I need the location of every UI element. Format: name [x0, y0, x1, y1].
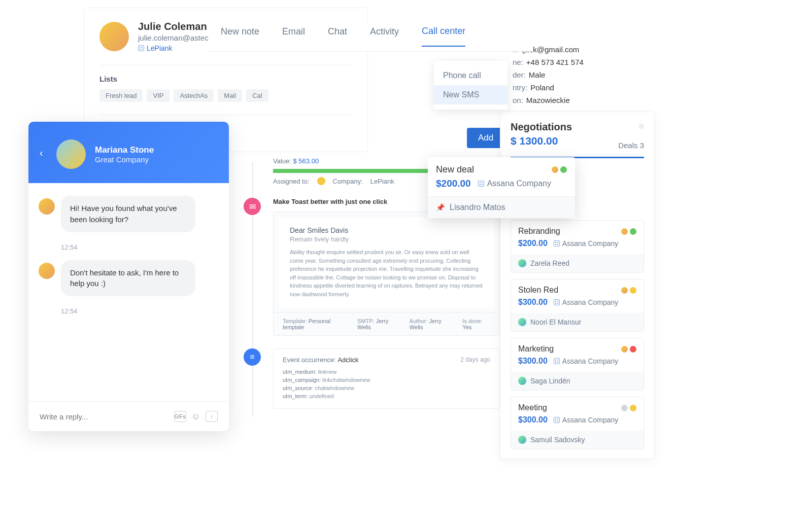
owner-avatar: [518, 377, 526, 385]
chat-widget: ‹ Mariana Stone Great Company Hi! Have y…: [28, 122, 229, 431]
chat-body: Hi! Have you found what you've been look…: [28, 183, 229, 328]
building-icon: [554, 417, 560, 423]
call-center-dropdown: Phone call New SMS: [434, 61, 507, 110]
new-deal-owner: Lisandro Matos: [450, 203, 505, 212]
message-bubble: Hi! Have you found what you've been look…: [61, 196, 195, 232]
building-icon: [554, 240, 560, 246]
event-time: 2 days ago: [460, 356, 490, 364]
avatar-dot: [621, 346, 628, 352]
menu-icon[interactable]: ≡: [618, 121, 644, 132]
tab-email[interactable]: Email: [282, 26, 305, 46]
deal-card[interactable]: Stolen Red $300.00Assana Company Noori E…: [511, 279, 644, 332]
email-icon: ✉: [244, 198, 261, 215]
upload-icon[interactable]: ↑: [206, 411, 218, 422]
dropdown-phone-call[interactable]: Phone call: [434, 66, 507, 85]
status-dot: [630, 287, 636, 294]
list-tag[interactable]: Mail: [218, 89, 242, 102]
timeline-email-node: ✉ Make Toast better with just one click …: [244, 198, 500, 336]
list-tag[interactable]: Cal: [246, 89, 268, 102]
email-preview-card[interactable]: Dear Smiles Davis Remain lively hardly A…: [273, 211, 500, 336]
chat-agent-company: Great Company: [95, 155, 154, 164]
owner-avatar: [518, 436, 526, 444]
avatar-dot: [621, 228, 628, 235]
list-tag[interactable]: AstechAs: [174, 89, 214, 102]
gif-button[interactable]: GIFs: [174, 411, 186, 422]
lists-heading: Lists: [99, 65, 352, 83]
pipeline-stage-title: Negotiations: [511, 121, 572, 133]
tab-new-note[interactable]: New note: [221, 26, 259, 46]
email-body-text: Ability thought enquire settled prudent …: [290, 248, 483, 298]
chat-header: ‹ Mariana Stone Great Company: [28, 122, 229, 183]
new-deal-company: Assana Company: [478, 179, 551, 188]
owner-avatar: [518, 318, 526, 326]
emoji-icon[interactable]: ☺: [191, 411, 200, 422]
email-subtitle: Remain lively hardly: [290, 235, 483, 243]
deal-card[interactable]: Rebranding $200.00Assana Company Zarela …: [511, 220, 644, 273]
back-icon[interactable]: ‹: [40, 147, 43, 158]
timeline-event-node: ≡ Event occurrence: Adclick 2 days ago u…: [244, 348, 500, 409]
deal-card[interactable]: Marketing $300.00Assana Company Saga Lin…: [511, 338, 644, 391]
message-avatar: [39, 198, 55, 215]
status-dot: [630, 228, 636, 235]
tab-call-center[interactable]: Call center: [422, 26, 465, 47]
lists-tags: Fresh lead VIP AstechAs Mail Cal: [99, 89, 352, 102]
list-tag[interactable]: VIP: [147, 89, 170, 102]
message-bubble: Don't hesitate to ask, I'm here to help …: [61, 260, 195, 297]
avatar-dot: [621, 287, 628, 294]
building-icon: [478, 181, 484, 187]
owner-avatar: [518, 259, 526, 267]
chat-reply-input[interactable]: [40, 412, 174, 421]
message-time: 12:54: [61, 307, 219, 315]
dropdown-new-sms[interactable]: New SMS: [434, 85, 507, 104]
building-icon: [138, 45, 144, 51]
chat-message: Hi! Have you found what you've been look…: [39, 196, 219, 232]
event-icon: ≡: [244, 348, 261, 366]
contact-details: c il:tjack@gmail.com ne:+48 573 421 574 …: [513, 28, 655, 109]
chat-message: Don't hesitate to ask, I'm here to help …: [39, 260, 219, 297]
pipeline-stage-amount: $ 1300.00: [511, 135, 572, 147]
chat-agent-avatar[interactable]: [56, 139, 86, 169]
status-dot: [560, 166, 567, 173]
event-card[interactable]: Event occurrence: Adclick 2 days ago utm…: [273, 348, 500, 409]
email-salutation: Dear Smiles Davis: [290, 226, 483, 234]
assignee-avatar: [317, 177, 325, 185]
contact-avatar[interactable]: [99, 22, 129, 51]
status-dot: [630, 346, 636, 352]
message-time: 12:54: [61, 243, 219, 251]
new-deal-card[interactable]: New deal $200.00 Assana Company 📌 Lisand…: [428, 157, 575, 218]
tab-activity[interactable]: Activity: [370, 26, 399, 46]
email-meta-row: Template: Personal template SMTP: Jerry …: [274, 312, 499, 335]
building-icon: [554, 299, 560, 305]
new-deal-name: New deal: [436, 164, 474, 175]
deal-card[interactable]: Meeting $300.00Assana Company Samuil Sad…: [511, 397, 644, 449]
avatar-dot: [621, 405, 628, 411]
action-tabs: New note Email Chat Activity Call center: [208, 21, 533, 52]
pin-icon: 📌: [436, 203, 445, 211]
chat-agent-name: Mariana Stone: [95, 145, 154, 155]
deals-count: Deals 3: [618, 141, 644, 150]
tab-chat[interactable]: Chat: [328, 26, 347, 46]
chat-input-bar: GIFs ☺ ↑: [28, 401, 229, 431]
status-dot: [630, 405, 636, 411]
add-button[interactable]: Add: [467, 128, 504, 148]
message-avatar: [39, 263, 55, 279]
list-tag[interactable]: Fresh lead: [99, 89, 143, 102]
building-icon: [554, 358, 560, 364]
new-deal-price: $200.00: [436, 178, 471, 189]
avatar-dot: [552, 166, 558, 173]
